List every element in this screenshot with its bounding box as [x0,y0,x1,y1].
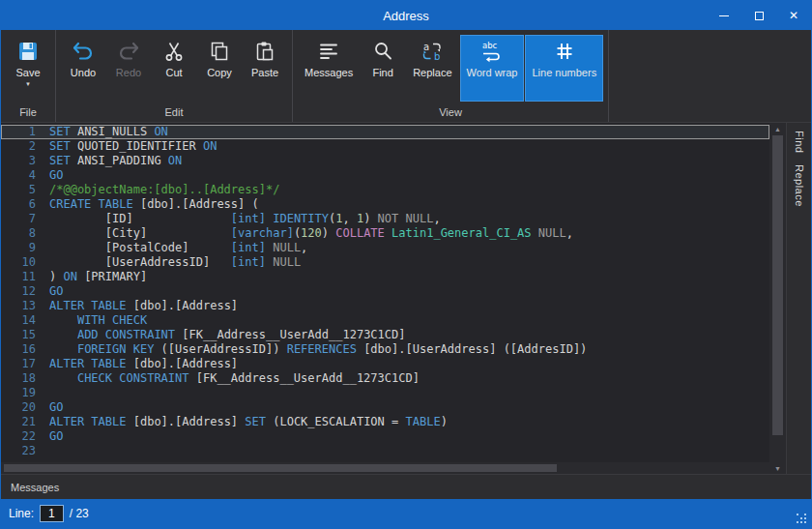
code-column: 1SET ANSI_NULLS ON2SET QUOTED_IDENTIFIER… [1,123,769,474]
line-number: 22 [1,429,36,444]
code-line[interactable]: 4GO [1,168,769,183]
code-line[interactable]: 18 CHECK CONSTRAINT [FK__Address__UserAd… [1,371,769,386]
line-numbers-toggle[interactable]: Line numbers [525,35,603,102]
minimize-icon [719,15,729,16]
replace-label: Replace [413,67,451,78]
cut-button[interactable]: Cut [152,35,196,102]
code-line[interactable]: 14 WITH CHECK [1,313,769,328]
cut-label: Cut [165,67,182,78]
code-line[interactable]: 12GO [1,284,769,299]
code-line[interactable]: 11) ON [PRIMARY] [1,270,769,284]
svg-text:abc: abc [482,41,498,50]
messages-button[interactable]: Messages [298,35,360,102]
side-tab-replace[interactable]: Replace [794,164,805,207]
code-line[interactable]: 1SET ANSI_NULLS ON [1,125,769,139]
code-line-text: SET ANSI_NULLS ON [36,125,168,139]
code-line-text: GO [36,168,63,183]
find-icon [371,39,394,64]
code-line-text: GO [36,429,63,444]
code-line-text [36,444,49,458]
save-button[interactable]: Save ▼ [6,35,50,102]
code-line[interactable]: 19 [1,386,769,400]
word-wrap-label: Word wrap [467,67,518,78]
code-line-text: CREATE TABLE [dbo].[Address] ( [36,197,259,212]
code-line[interactable]: 13ALTER TABLE [dbo].[Address] [1,299,769,313]
line-number: 1 [1,125,36,139]
code-line[interactable]: 2SET QUOTED_IDENTIFIER ON [1,139,769,154]
vertical-scrollbar[interactable]: ▲ ▼ [769,123,786,474]
paste-button[interactable]: Paste [243,35,287,102]
line-number: 12 [1,284,36,299]
close-icon: ✕ [789,9,798,22]
code-editor[interactable]: 1SET ANSI_NULLS ON2SET QUOTED_IDENTIFIER… [1,123,769,462]
resize-grip-icon[interactable] [796,513,807,524]
horizontal-scrollbar[interactable] [1,462,769,474]
vertical-scroll-thumb[interactable] [772,135,783,435]
line-number: 9 [1,241,36,255]
copy-label: Copy [207,67,232,78]
code-line[interactable]: 9 [PostalCode] [int] NULL, [1,241,769,255]
line-number: 15 [1,328,36,342]
svg-text:b: b [434,51,440,62]
code-line[interactable]: 8 [City] [varchar](120) COLLATE Latin1_G… [1,226,769,241]
save-icon [16,39,40,64]
word-wrap-icon: abc [480,39,504,64]
code-line[interactable]: 17ALTER TABLE [dbo].[Address] [1,357,769,371]
code-line[interactable]: 10 [UserAddressID] [int] NULL [1,255,769,270]
code-line-text: ALTER TABLE [dbo].[Address] [36,357,238,371]
replace-button[interactable]: a b Replace [406,35,458,102]
code-line[interactable]: 6CREATE TABLE [dbo].[Address] ( [1,197,769,212]
code-line-text: [PostalCode] [int] NULL, [36,241,307,255]
paste-icon [253,39,276,64]
code-line-text: SET ANSI_PADDING ON [36,154,182,168]
line-number: 14 [1,313,36,328]
editor-area: 1SET ANSI_NULLS ON2SET QUOTED_IDENTIFIER… [1,123,811,474]
code-line[interactable]: 3SET ANSI_PADDING ON [1,154,769,168]
save-dropdown-icon[interactable]: ▼ [25,81,31,88]
line-number: 21 [1,415,36,429]
messages-label: Messages [304,67,353,78]
messages-panel-header[interactable]: Messages [1,474,811,499]
line-number: 5 [1,183,36,197]
messages-panel-title: Messages [11,482,59,493]
code-line[interactable]: 22GO [1,429,769,444]
scroll-down-icon[interactable]: ▼ [769,462,786,474]
find-label: Find [372,67,392,78]
scroll-up-icon[interactable]: ▲ [769,123,786,134]
horizontal-scroll-thumb[interactable] [4,464,557,472]
line-number: 17 [1,357,36,371]
copy-button[interactable]: Copy [197,35,242,102]
find-button[interactable]: Find [361,35,405,102]
line-numbers-label: Line numbers [532,67,596,78]
title-bar[interactable]: Address ✕ [1,1,811,30]
line-number: 20 [1,400,36,415]
save-label: Save [15,67,40,78]
minimize-button[interactable] [707,1,741,30]
undo-icon [72,39,95,64]
code-line[interactable]: 7 [ID] [int] IDENTITY(1, 1) NOT NULL, [1,212,769,226]
code-line-text: ) ON [PRIMARY] [36,270,147,284]
side-tab-find[interactable]: Find [794,131,805,153]
code-line[interactable]: 15 ADD CONSTRAINT [FK__Address__UserAdd_… [1,328,769,342]
code-line[interactable]: 21ALTER TABLE [dbo].[Address] SET (LOCK_… [1,415,769,429]
close-button[interactable]: ✕ [776,1,811,30]
line-number: 6 [1,197,36,212]
undo-button[interactable]: Undo [61,35,105,102]
line-number: 19 [1,386,36,400]
window-title: Address [1,9,811,23]
paste-label: Paste [251,67,278,78]
code-line[interactable]: 16 FOREIGN KEY ([UserAddressID]) REFEREN… [1,342,769,357]
maximize-button[interactable] [741,1,776,30]
redo-button[interactable]: Redo [106,35,151,102]
messages-icon [317,39,340,64]
code-line-text [36,386,49,400]
copy-icon [208,39,231,64]
code-line[interactable]: 5/*@@objectName:[dbo]..[Address]*/ [1,183,769,197]
code-line-text: ADD CONSTRAINT [FK__Address__UserAdd__12… [36,328,405,342]
word-wrap-toggle[interactable]: abc Word wrap [460,35,525,102]
side-tab-strip: Find Replace [786,123,811,474]
current-line-indicator[interactable]: 1 [40,505,64,522]
code-line[interactable]: 20GO [1,400,769,415]
line-number: 8 [1,226,36,241]
code-line[interactable]: 23 [1,444,769,458]
